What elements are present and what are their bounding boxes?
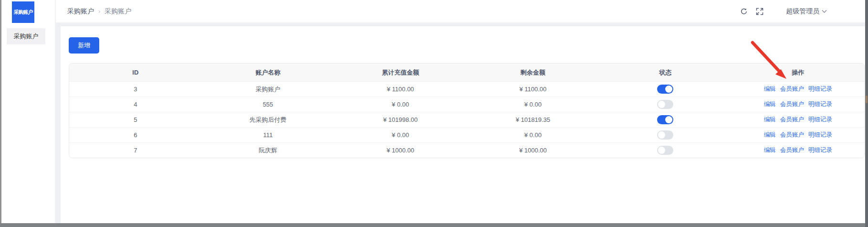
detail-records-link[interactable]: 明细记录 [808, 100, 832, 108]
add-button[interactable]: 新增 [69, 37, 99, 54]
cell-recharge-amount: ¥ 0.00 [334, 101, 467, 108]
cell-account-name: 阮庆辉 [202, 146, 335, 155]
avatar[interactable] [771, 5, 784, 18]
cell-status [599, 85, 732, 94]
table-body: 3采购账户¥ 1100.00¥ 1100.00编辑会员账户明细记录4555¥ 0… [69, 81, 864, 158]
column-header-3: 累计充值金额 [334, 68, 467, 77]
cell-balance-amount: ¥ 1100.00 [467, 86, 599, 93]
status-toggle[interactable] [657, 85, 673, 94]
member-account-link[interactable]: 会员账户 [780, 131, 804, 139]
edit-link[interactable]: 编辑 [764, 116, 776, 124]
app-logo-text: 采购账户 [14, 9, 33, 16]
cell-balance-amount: ¥ 0.00 [467, 101, 599, 108]
app-logo: 采购账户 [12, 1, 34, 23]
main-content: 新增 ID账户名称累计充值金额剩余金额状态操作 3采购账户¥ 1100.00¥ … [61, 26, 865, 223]
chevron-down-icon [822, 10, 827, 13]
table-row: 6111¥ 0.00¥ 0.00编辑会员账户明细记录 [69, 127, 864, 142]
status-toggle[interactable] [657, 115, 673, 124]
status-toggle[interactable] [657, 130, 673, 140]
cell-id: 4 [69, 101, 202, 108]
edit-link[interactable]: 编辑 [764, 131, 776, 139]
app-window: 采购账户 采购账户 采购账户 › 采购账户 超级管理员 [1, 0, 865, 223]
window-frame-bottom [0, 223, 865, 227]
toggle-knob [658, 147, 665, 154]
sidebar-item-label: 采购账户 [14, 32, 39, 41]
cell-balance-amount: ¥ 1000.00 [467, 147, 599, 154]
cell-recharge-amount: ¥ 1000.00 [334, 147, 467, 154]
cell-status [599, 115, 732, 124]
refresh-icon[interactable] [740, 7, 748, 16]
column-header-1: ID [69, 69, 202, 76]
column-header-5: 状态 [599, 68, 732, 77]
breadcrumb-item-2: 采购账户 [105, 7, 131, 16]
user-menu[interactable]: 超级管理员 [771, 5, 827, 18]
cell-account-name: 111 [202, 131, 335, 139]
cell-actions: 编辑会员账户明细记录 [732, 146, 864, 154]
status-toggle[interactable] [657, 100, 673, 109]
status-toggle[interactable] [657, 146, 673, 155]
detail-records-link[interactable]: 明细记录 [808, 131, 832, 139]
toggle-knob [658, 101, 665, 108]
sidebar-item-purchase-account[interactable]: 采购账户 [7, 28, 45, 44]
table-row: 7阮庆辉¥ 1000.00¥ 1000.00编辑会员账户明细记录 [69, 142, 864, 158]
fullscreen-icon[interactable] [755, 7, 764, 16]
cell-id: 6 [69, 131, 202, 139]
table-row: 5先采购后付费¥ 101998.00¥ 101819.35编辑会员账户明细记录 [69, 112, 864, 127]
topbar: 采购账户 › 采购账户 超级管理员 [56, 0, 865, 22]
cell-id: 5 [69, 116, 202, 123]
breadcrumb-item-1[interactable]: 采购账户 [67, 7, 94, 16]
cell-account-name: 先采购后付费 [202, 116, 335, 124]
table-row: 3采购账户¥ 1100.00¥ 1100.00编辑会员账户明细记录 [69, 81, 864, 97]
breadcrumb: 采购账户 › 采购账户 [67, 7, 131, 16]
cell-status [599, 130, 732, 140]
column-header-2: 账户名称 [202, 68, 335, 77]
toggle-knob [658, 131, 665, 139]
table-header-row: ID账户名称累计充值金额剩余金额状态操作 [69, 64, 864, 81]
edit-link[interactable]: 编辑 [764, 146, 776, 154]
cell-recharge-amount: ¥ 101998.00 [334, 116, 467, 123]
cell-recharge-amount: ¥ 0.00 [334, 131, 467, 139]
column-header-6: 操作 [732, 68, 864, 77]
cell-id: 3 [69, 86, 202, 93]
cell-balance-amount: ¥ 101819.35 [467, 116, 599, 123]
cell-id: 7 [69, 147, 202, 154]
cell-actions: 编辑会员账户明细记录 [732, 116, 864, 124]
topbar-right: 超级管理员 [740, 5, 827, 18]
scrollbar-thumb[interactable] [866, 96, 868, 103]
window-scrollbar[interactable] [865, 0, 868, 227]
cell-status [599, 100, 732, 109]
user-name: 超级管理员 [786, 7, 819, 16]
member-account-link[interactable]: 会员账户 [780, 100, 804, 108]
accounts-table: ID账户名称累计充值金额剩余金额状态操作 3采购账户¥ 1100.00¥ 110… [69, 63, 865, 158]
cell-balance-amount: ¥ 0.00 [467, 131, 599, 139]
cell-account-name: 采购账户 [202, 85, 335, 94]
member-account-link[interactable]: 会员账户 [780, 116, 804, 124]
toggle-knob [665, 116, 672, 123]
toggle-knob [665, 86, 672, 93]
cell-actions: 编辑会员账户明细记录 [732, 85, 864, 93]
table-row: 4555¥ 0.00¥ 0.00编辑会员账户明细记录 [69, 97, 864, 112]
cell-account-name: 555 [202, 101, 335, 108]
cell-status [599, 146, 732, 155]
member-account-link[interactable]: 会员账户 [780, 146, 804, 154]
detail-records-link[interactable]: 明细记录 [808, 146, 832, 154]
window-frame-left [0, 0, 1, 223]
detail-records-link[interactable]: 明细记录 [808, 116, 832, 124]
cell-actions: 编辑会员账户明细记录 [732, 100, 864, 108]
edit-link[interactable]: 编辑 [764, 85, 776, 93]
sidebar: 采购账户 采购账户 [1, 0, 55, 223]
column-header-4: 剩余金额 [467, 68, 599, 77]
edit-link[interactable]: 编辑 [764, 100, 776, 108]
cell-recharge-amount: ¥ 1100.00 [334, 86, 467, 93]
member-account-link[interactable]: 会员账户 [780, 85, 804, 93]
detail-records-link[interactable]: 明细记录 [808, 85, 832, 93]
cell-actions: 编辑会员账户明细记录 [732, 131, 864, 139]
breadcrumb-separator-icon: › [98, 8, 100, 15]
